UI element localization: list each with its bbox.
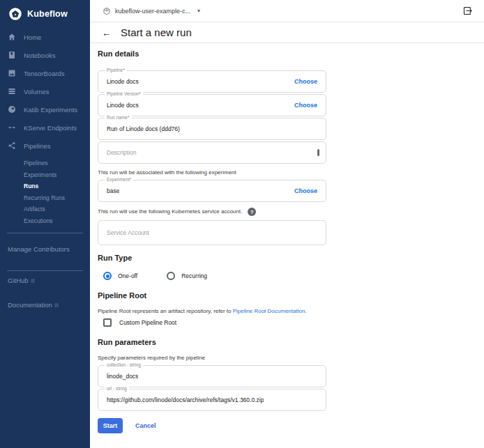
description-placeholder: Description: [107, 149, 137, 156]
github-label: GitHub: [8, 277, 29, 284]
sidebar-link-github[interactable]: GitHub: [0, 277, 90, 295]
external-link-icon: [54, 301, 59, 309]
back-arrow-icon[interactable]: ←: [102, 28, 112, 38]
tensorboard-icon: [8, 69, 16, 77]
experiment-choose-button[interactable]: Choose: [294, 187, 317, 194]
pipeline-choose-button[interactable]: Choose: [294, 78, 317, 85]
custom-pipeline-root-label: Custom Pipeline Root: [119, 319, 176, 326]
run-type-heading: Run Type: [98, 254, 484, 262]
pipeline-field-value: Linode docs: [107, 78, 139, 85]
logout-button[interactable]: [462, 6, 473, 16]
subnav-label: Artifacts: [24, 206, 45, 213]
sidebar-item-label: Pipelines: [24, 142, 51, 150]
service-account-text: This run will use the following Kubernet…: [98, 208, 484, 216]
sidebar-link-documentation[interactable]: Documentation: [0, 301, 90, 320]
subnav-item-artifacts[interactable]: Artifacts: [0, 203, 90, 215]
sidebar-item-kserve-endpoints[interactable]: KServe Endpoints: [0, 118, 90, 137]
experiment-field-label: Experiment*: [105, 178, 133, 183]
namespace-value: kubeflow-user-example-c...: [115, 8, 190, 15]
param-url-value: https://github.com/linode/docs/archive/r…: [107, 396, 264, 403]
custom-pipeline-root-checkbox-row[interactable]: Custom Pipeline Root: [98, 318, 484, 327]
notebook-icon: [8, 51, 16, 59]
sidebar-divider: [7, 270, 83, 271]
logo-text: Kubeflow: [27, 9, 68, 19]
pipeline-field-label: Pipeline*: [105, 68, 127, 73]
radio-one-off[interactable]: One-off: [103, 272, 137, 280]
main-area: kubeflow-user-example-c... ▾ ← Start a n…: [90, 0, 484, 448]
service-account-text-value: This run will use the following Kubernet…: [98, 208, 242, 215]
pipeline-root-doc-link[interactable]: Pipeline Root Documentation: [233, 308, 305, 314]
subnav-label: Recurring Runs: [24, 194, 65, 201]
experiment-field[interactable]: Experiment* base Choose: [98, 180, 326, 202]
sidebar-item-label: KServe Endpoints: [24, 124, 77, 132]
sidebar-item-pipelines[interactable]: Pipelines: [0, 137, 90, 155]
sidebar-nav: Home Notebooks TensorBoards Volumes Kati…: [0, 28, 90, 226]
pipeline-root-heading: Pipeline Root: [98, 291, 484, 300]
param-collection-field[interactable]: collection - string linode_docs: [98, 365, 326, 387]
service-account-placeholder: Service Account: [107, 229, 149, 236]
volumes-icon: [8, 87, 16, 95]
sidebar-item-katib-experiments[interactable]: Katib Experiments: [0, 100, 90, 118]
run-name-field-label: Run name*: [105, 116, 132, 121]
description-field[interactable]: Description: [98, 141, 326, 164]
subnav-item-recurring-runs[interactable]: Recurring Runs: [0, 192, 90, 204]
radio-recurring[interactable]: Recurring: [167, 272, 207, 280]
topbar: kubeflow-user-example-c... ▾: [90, 0, 484, 22]
run-name-field-value: Run of Linode docs (ddd76): [107, 125, 180, 132]
start-button[interactable]: Start: [98, 418, 123, 433]
page-title: Start a new run: [121, 26, 192, 38]
radio-unselected-icon: [167, 272, 175, 280]
sidebar-item-notebooks[interactable]: Notebooks: [0, 46, 90, 64]
help-icon[interactable]: ?: [248, 208, 256, 216]
subnav-item-experiments[interactable]: Experiments: [0, 169, 90, 181]
run-form: Run details Pipeline* Linode docs Choose…: [90, 43, 484, 448]
param-url-field[interactable]: url - string https://github.com/linode/d…: [98, 389, 326, 411]
kserve-icon: [8, 123, 16, 132]
subnav-item-pipelines[interactable]: Pipelines: [0, 157, 90, 169]
pipeline-version-field-label: Pipeline Version*: [105, 92, 143, 97]
pipeline-version-field-value: Linode docs: [107, 102, 139, 109]
subnav-item-runs[interactable]: Runs: [0, 180, 90, 192]
radio-recurring-label: Recurring: [181, 272, 207, 279]
sidebar-item-volumes[interactable]: Volumes: [0, 82, 90, 100]
pipeline-root-text-suffix: .: [305, 308, 306, 314]
subnav-item-executions[interactable]: Executions: [0, 215, 90, 227]
radio-one-off-label: One-off: [118, 272, 137, 279]
sidebar-item-label: TensorBoards: [24, 70, 65, 77]
run-name-field[interactable]: Run name* Run of Linode docs (ddd76): [98, 118, 326, 140]
sidebar-item-manage-contributors[interactable]: Manage Contributors: [0, 233, 90, 264]
external-link-icon: [31, 277, 35, 284]
run-parameters-heading: Run parameters: [98, 338, 484, 346]
kubeflow-logo-icon: [8, 7, 22, 21]
manage-contributors-label: Manage Contributors: [8, 245, 70, 253]
param-url-label: url - string: [105, 387, 129, 392]
katib-icon: [8, 105, 16, 114]
sidebar-item-label: Notebooks: [24, 52, 55, 59]
subnav-label: Runs: [24, 183, 38, 190]
kubeflow-logo[interactable]: Kubeflow: [0, 0, 90, 28]
run-type-options: One-off Recurring: [98, 272, 484, 280]
pipelines-icon: [8, 141, 16, 150]
chevron-down-icon: ▾: [197, 8, 200, 14]
checkbox-icon[interactable]: [103, 318, 112, 327]
subnav-label: Pipelines: [24, 160, 48, 167]
param-collection-value: linode_docs: [107, 373, 138, 380]
cancel-button[interactable]: Cancel: [135, 422, 156, 429]
sidebar-item-label: Home: [24, 33, 41, 41]
pipeline-field[interactable]: Pipeline* Linode docs Choose: [98, 70, 326, 93]
sidebar-item-tensorboards[interactable]: TensorBoards: [0, 64, 90, 82]
subnav-label: Experiments: [24, 171, 56, 178]
resize-grip-icon[interactable]: [317, 149, 319, 156]
run-parameters-subtext: Specify parameters required by the pipel…: [98, 355, 484, 361]
pipeline-version-choose-button[interactable]: Choose: [294, 102, 317, 109]
subnav-label: Executions: [24, 217, 53, 224]
pipeline-version-field[interactable]: Pipeline Version* Linode docs Choose: [98, 94, 326, 116]
form-actions: Start Cancel: [98, 418, 484, 433]
service-account-field[interactable]: Service Account: [98, 220, 326, 245]
sidebar-item-home[interactable]: Home: [0, 28, 90, 46]
radio-selected-icon: [103, 272, 112, 280]
namespace-selector[interactable]: kubeflow-user-example-c... ▾: [103, 7, 200, 15]
experiment-field-value: base: [107, 187, 119, 194]
sidebar-item-label: Volumes: [24, 88, 49, 95]
home-icon: [8, 33, 16, 41]
